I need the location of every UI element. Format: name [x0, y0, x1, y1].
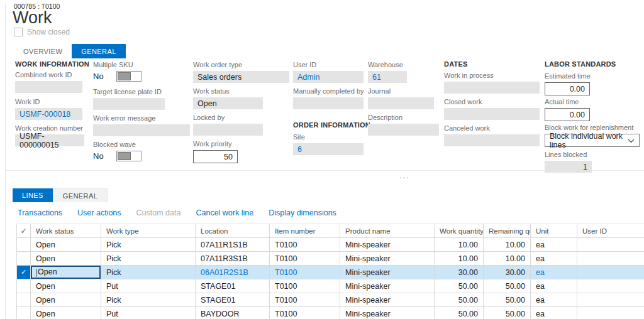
- cell-item-number[interactable]: T0100: [270, 238, 340, 252]
- more-options-button[interactable]: ...: [395, 171, 414, 180]
- cell-user-id[interactable]: [577, 238, 644, 252]
- actual-time-input[interactable]: 0.00: [545, 108, 590, 121]
- cell-work-quantity[interactable]: 10.00: [435, 252, 484, 266]
- cell-work-type[interactable]: Pick: [101, 238, 196, 252]
- cell-item-number[interactable]: T0100: [270, 252, 340, 266]
- col-header-work-status[interactable]: Work status: [31, 224, 101, 238]
- cell-unit[interactable]: ea: [531, 293, 577, 307]
- cell-remaining-quantity[interactable]: 10.00: [484, 252, 531, 266]
- cell-location[interactable]: 07A11R3S1B: [196, 252, 270, 266]
- col-header-unit[interactable]: Unit: [531, 224, 577, 238]
- cell-unit[interactable]: ea: [531, 266, 577, 279]
- cell-work-status[interactable]: Open: [31, 238, 101, 252]
- cell-user-id[interactable]: [577, 279, 644, 293]
- work-order-type-input[interactable]: Sales orders: [193, 71, 289, 83]
- block-work-for-replenishment-dropdown[interactable]: Block individual work lines: [545, 134, 640, 147]
- journal-input[interactable]: [368, 97, 434, 109]
- work-in-process-input[interactable]: [444, 82, 540, 94]
- cell-work-type[interactable]: Put: [101, 307, 196, 319]
- col-header-work-type[interactable]: Work type: [101, 224, 196, 238]
- table-row[interactable]: OpenPutSTAGE01T0100Mini-speaker50.0050.0…: [17, 279, 644, 293]
- row-select-cell[interactable]: [17, 238, 31, 252]
- locked-by-input[interactable]: [193, 124, 263, 136]
- estimated-time-input[interactable]: 0.00: [545, 82, 590, 95]
- cell-product-name[interactable]: Mini-speaker: [340, 307, 435, 319]
- cell-unit[interactable]: ea: [531, 238, 577, 252]
- cell-remaining-quantity[interactable]: 30.00: [484, 266, 531, 279]
- col-header-remaining-quantity[interactable]: Remaining qua...: [484, 224, 531, 238]
- table-row[interactable]: OpenPutBAYDOORT0100Mini-speaker50.0050.0…: [17, 307, 644, 319]
- table-row[interactable]: OpenPick07A11R1S1BT0100Mini-speaker10.00…: [17, 238, 644, 252]
- cell-work-type[interactable]: Pick: [101, 252, 196, 266]
- work-creation-number-input[interactable]: USMF-000000015: [15, 134, 84, 146]
- table-row[interactable]: OpenPickSTAGE01T0100Mini-speaker50.0050.…: [17, 293, 644, 307]
- cell-work-type[interactable]: Pick: [101, 266, 196, 279]
- col-header-work-quantity[interactable]: Work quantity: [435, 224, 484, 238]
- cell-location[interactable]: 06A01R2S1B: [196, 266, 270, 279]
- cell-product-name[interactable]: Mini-speaker: [340, 279, 435, 293]
- user-id-link[interactable]: Admin: [293, 71, 364, 83]
- col-header-location[interactable]: Location: [196, 224, 270, 238]
- cell-work-quantity[interactable]: 50.00: [435, 307, 484, 319]
- row-selected-check-icon[interactable]: ✓: [17, 266, 31, 279]
- cell-user-id[interactable]: [577, 252, 644, 266]
- cell-unit[interactable]: ea: [531, 279, 577, 293]
- canceled-work-input[interactable]: [444, 134, 540, 146]
- closed-work-input[interactable]: [444, 108, 540, 120]
- cell-work-quantity[interactable]: 10.00: [435, 238, 484, 252]
- cell-item-number[interactable]: T0100: [270, 266, 340, 279]
- cell-remaining-quantity[interactable]: 50.00: [484, 293, 531, 307]
- row-select-cell[interactable]: [17, 279, 31, 293]
- row-select-cell[interactable]: [17, 252, 31, 266]
- show-closed-checkbox[interactable]: [14, 28, 23, 36]
- description-input[interactable]: [368, 124, 439, 136]
- cell-remaining-quantity[interactable]: 50.00: [484, 307, 531, 319]
- col-header-product-name[interactable]: Product name: [340, 224, 435, 238]
- col-header-user-id[interactable]: User ID: [577, 224, 644, 238]
- manually-completed-by-input[interactable]: [293, 97, 364, 109]
- target-license-plate-id-input[interactable]: [93, 98, 165, 110]
- cell-location[interactable]: STAGE01: [196, 293, 270, 307]
- tab-overview[interactable]: OVERVIEW: [14, 44, 72, 58]
- cell-item-number[interactable]: T0100: [270, 293, 340, 307]
- cell-user-id[interactable]: [577, 266, 644, 279]
- cell-unit[interactable]: ea: [531, 307, 577, 319]
- site-link[interactable]: 6: [293, 143, 364, 155]
- multiple-sku-toggle[interactable]: [116, 71, 142, 82]
- cell-location[interactable]: 07A11R1S1B: [196, 238, 270, 252]
- cell-remaining-quantity[interactable]: 50.00: [484, 279, 531, 293]
- cell-work-status[interactable]: Open: [31, 279, 101, 293]
- work-error-message-input[interactable]: [93, 124, 190, 136]
- tab-lines-general[interactable]: GENERAL: [53, 188, 108, 202]
- cancel-work-line-action[interactable]: Cancel work line: [196, 208, 253, 217]
- cell-work-status[interactable]: Open: [31, 307, 101, 319]
- work-status-input[interactable]: Open: [193, 97, 263, 109]
- blocked-wave-toggle[interactable]: [116, 151, 142, 161]
- cell-user-id[interactable]: [577, 307, 644, 319]
- cell-product-name[interactable]: Mini-speaker: [340, 293, 435, 307]
- transactions-action[interactable]: Transactions: [18, 208, 62, 217]
- cell-work-type[interactable]: Pick: [101, 293, 196, 307]
- cell-work-status[interactable]: Open: [31, 266, 101, 279]
- combined-work-id-input[interactable]: [15, 81, 82, 93]
- cell-work-quantity[interactable]: 30.00: [435, 266, 484, 279]
- col-header-item-number[interactable]: Item number: [270, 224, 340, 238]
- select-all-check-icon[interactable]: ✓: [17, 224, 31, 238]
- cell-item-number[interactable]: T0100: [270, 307, 340, 319]
- tab-general[interactable]: GENERAL: [72, 44, 125, 58]
- cell-work-quantity[interactable]: 50.00: [435, 293, 484, 307]
- user-actions-action[interactable]: User actions: [77, 208, 121, 217]
- work-id-link[interactable]: USMF-000018: [15, 108, 82, 120]
- cell-product-name[interactable]: Mini-speaker: [340, 252, 435, 266]
- display-dimensions-action[interactable]: Display dimensions: [269, 208, 336, 217]
- warehouse-link[interactable]: 61: [368, 71, 407, 83]
- work-priority-input[interactable]: 50: [193, 150, 238, 163]
- cell-remaining-quantity[interactable]: 10.00: [484, 238, 531, 252]
- cell-work-quantity[interactable]: 50.00: [435, 279, 484, 293]
- table-row[interactable]: OpenPick07A11R3S1BT0100Mini-speaker10.00…: [17, 252, 644, 266]
- cell-location[interactable]: BAYDOOR: [196, 307, 270, 319]
- cell-work-status[interactable]: Open: [31, 293, 101, 307]
- cell-location[interactable]: STAGE01: [196, 279, 270, 293]
- cell-work-status[interactable]: Open: [31, 252, 101, 266]
- table-row[interactable]: ✓OpenPick06A01R2S1BT0100Mini-speaker30.0…: [17, 266, 644, 279]
